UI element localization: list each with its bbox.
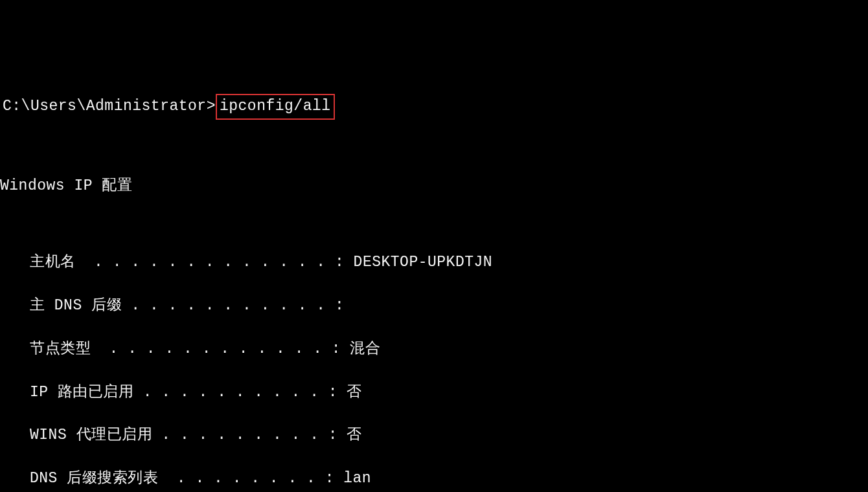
primary-dns-suffix-label: 主 DNS 后缀 . . . . . . . . . . . :	[30, 295, 344, 317]
ip-routing-value: 否	[347, 382, 362, 403]
hostname-value: DESKTOP-UPKDTJN	[354, 252, 493, 273]
node-type-row: 节点类型 . . . . . . . . . . . . : 混合	[0, 339, 868, 360]
hostname-row: 主机名 . . . . . . . . . . . . . : DESKTOP-…	[0, 252, 868, 273]
command-text: ipconfig/all	[220, 98, 331, 115]
hostname-label: 主机名 . . . . . . . . . . . . . :	[30, 252, 354, 273]
dns-suffix-search-value: lan	[343, 468, 371, 489]
dns-suffix-search-label: DNS 后缀搜索列表 . . . . . . . . :	[30, 468, 343, 489]
dns-suffix-search-row: DNS 后缀搜索列表 . . . . . . . . : lan	[0, 468, 868, 489]
node-type-value: 混合	[350, 339, 380, 360]
ip-routing-row: IP 路由已启用 . . . . . . . . . . : 否	[0, 382, 868, 403]
primary-dns-suffix-row: 主 DNS 后缀 . . . . . . . . . . . :	[0, 295, 868, 317]
node-type-label: 节点类型 . . . . . . . . . . . . :	[30, 339, 350, 360]
wins-proxy-label: WINS 代理已启用 . . . . . . . . . :	[30, 425, 347, 446]
command-prompt-line[interactable]: C:\Users\Administrator>ipconfig/all	[0, 94, 868, 119]
command-highlight: ipconfig/all	[216, 94, 335, 119]
prompt-path: C:\Users\Administrator>	[3, 98, 216, 115]
ipconfig-header: Windows IP 配置	[0, 175, 868, 197]
ip-routing-label: IP 路由已启用 . . . . . . . . . . :	[30, 382, 347, 403]
wins-proxy-value: 否	[347, 425, 362, 446]
wins-proxy-row: WINS 代理已启用 . . . . . . . . . : 否	[0, 425, 868, 446]
